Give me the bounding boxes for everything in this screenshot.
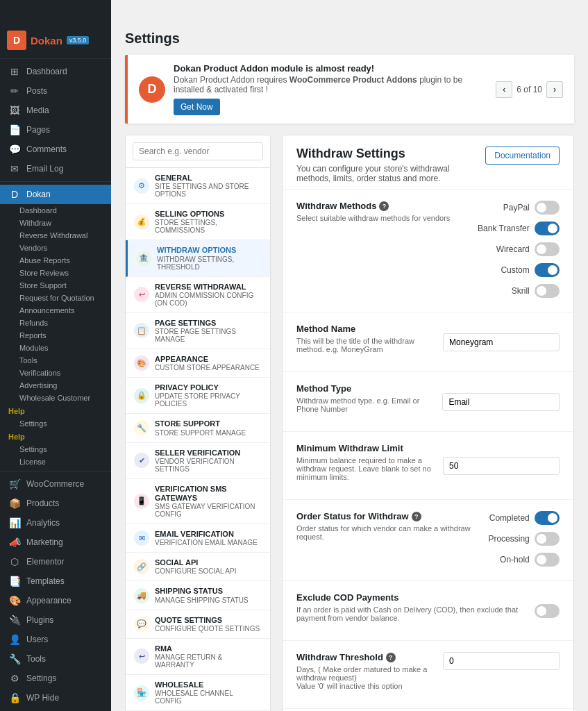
settings-nav-reverse[interactable]: ↩ REVERSE WITHDRAWAL ADMIN COMMISSION CO… xyxy=(126,277,270,313)
dokan-sub-modules[interactable]: Modules xyxy=(19,342,111,354)
sidebar-item-analytics[interactable]: 📊Analytics xyxy=(0,513,111,533)
documentation-button[interactable]: Documentation xyxy=(485,147,560,165)
exclude-cod-toggle[interactable] xyxy=(535,604,560,618)
dokan-sub-wholesale[interactable]: Wholesale Customer xyxy=(19,392,111,404)
sidebar-item-emaillog[interactable]: ✉Email Log xyxy=(0,159,111,178)
settings-nav-appearance[interactable]: 🎨 APPEARANCE CUSTOM STORE APPEARANCE xyxy=(126,349,270,378)
pagination-prev-button[interactable]: ‹ xyxy=(496,81,512,98)
version-badge: v3.5.0 xyxy=(67,36,90,44)
appearance-settings-icon: 🎨 xyxy=(134,356,149,371)
threshold-info-icon[interactable]: ? xyxy=(386,653,396,662)
method-name-label: Method Name xyxy=(296,324,443,334)
appearance-icon: 🎨 xyxy=(8,595,21,606)
settings-nav-support[interactable]: 🔧 STORE SUPPORT STORE SUPPORT MANAGE xyxy=(126,414,270,442)
settings-nav-withdraw[interactable]: 🏦 WITHDRAW OPTIONS WITHDRAW SETTINGS, TH… xyxy=(126,240,270,276)
settings-nav-sms[interactable]: 📱 VERIFICATION SMS GATEWAYS SMS GATEWAY … xyxy=(126,479,270,524)
wirecard-toggle[interactable] xyxy=(535,242,560,256)
sidebar-item-posts[interactable]: ✏Posts xyxy=(0,81,111,101)
dokan-sub-dashboard[interactable]: Dashboard xyxy=(19,204,111,217)
dokan-sub-reviews[interactable]: Store Reviews xyxy=(19,267,111,279)
settings-sidebar: ⚙ GENERAL SITE SETTINGS AND STORE OPTION… xyxy=(125,135,271,711)
wholesale-icon: 🏪 xyxy=(134,685,149,701)
dokan-sub-tools[interactable]: Tools xyxy=(19,354,111,367)
method-name-input[interactable] xyxy=(443,333,560,351)
paypal-toggle[interactable] xyxy=(535,201,560,215)
sidebar-item-templates[interactable]: 📑Templates xyxy=(0,571,111,591)
dokan-sub-license[interactable]: License xyxy=(0,455,111,468)
min-limit-desc: Minimum balance required to make a withd… xyxy=(296,456,443,481)
nav-sub-email: VERIFICATION EMAIL MANAGE xyxy=(155,539,258,546)
dokan-sub-settings[interactable]: Settings xyxy=(0,417,111,430)
processing-toggle[interactable] xyxy=(535,532,560,546)
method-type-input[interactable] xyxy=(442,393,560,411)
dokan-sub-announcements[interactable]: Announcements xyxy=(19,304,111,317)
sidebar-item-pages[interactable]: 📄Pages xyxy=(0,120,111,140)
sidebar-item-settings[interactable]: ⚙Settings xyxy=(0,669,111,688)
nav-label-reverse: REVERSE WITHDRAWAL xyxy=(155,283,262,292)
dokan-sub-vendors[interactable]: Vendors xyxy=(19,242,111,254)
privacy-icon: 🔒 xyxy=(134,388,149,403)
nav-label-rma: RMA xyxy=(155,644,262,653)
dokan-sub-abuse[interactable]: Abuse Reports xyxy=(19,254,111,267)
settings-nav-email[interactable]: ✉ EMAIL VERIFICATION VERIFICATION EMAIL … xyxy=(126,524,270,553)
nav-sub-general: SITE SETTINGS AND STORE OPTIONS xyxy=(155,183,262,198)
sidebar-item-comments[interactable]: 💬Comments xyxy=(0,140,111,159)
sidebar-label: Dokan xyxy=(26,190,51,199)
settings-nav-page[interactable]: 📋 PAGE SETTINGS STORE PAGE SETTINGS MANA… xyxy=(126,313,270,349)
bank-transfer-toggle[interactable] xyxy=(535,221,560,235)
settings-nav-social[interactable]: 🔗 SOCIAL API CONFIGURE SOCIAL API xyxy=(126,553,270,581)
sidebar-label: Templates xyxy=(26,576,65,586)
get-now-button[interactable]: Get Now xyxy=(174,99,220,115)
settings-nav-general[interactable]: ⚙ GENERAL SITE SETTINGS AND STORE OPTION… xyxy=(126,168,270,204)
email-verification-icon: ✉ xyxy=(134,530,149,546)
sidebar-item-wphide[interactable]: 🔒WP Hide xyxy=(0,688,111,708)
settings-nav-shipping[interactable]: 🚚 SHIPPING STATUS MANAGE SHIPPING STATUS xyxy=(126,581,270,610)
custom-toggle[interactable] xyxy=(535,263,560,277)
dokan-sub-reverse[interactable]: Reverse Withdrawal xyxy=(19,229,111,242)
sidebar-item-elementor[interactable]: ⬡Elementor xyxy=(0,552,111,571)
sidebar-item-users[interactable]: 👤Users xyxy=(0,630,111,649)
method-wirecard: Wirecard xyxy=(496,242,560,256)
nav-sub-privacy: UPDATE STORE PRIVACY POLICIES xyxy=(155,392,262,408)
pagination-next-button[interactable]: › xyxy=(546,81,563,98)
settings-nav-wholesale[interactable]: 🏪 WHOLESALE WHOLESALE CHANNEL CONFIG xyxy=(126,675,270,711)
settings-nav-selling[interactable]: 💰 SELLING OPTIONS STORE SETTINGS, COMMIS… xyxy=(126,204,270,240)
sidebar-item-dashboard[interactable]: ⊞Dashboard xyxy=(0,62,111,81)
dokan-sub-support[interactable]: Store Support xyxy=(19,279,111,292)
nav-sub-withdraw: WITHDRAW SETTINGS, THRESHOLD xyxy=(157,256,262,271)
order-status-info-icon[interactable]: ? xyxy=(412,512,421,521)
settings-nav-seller[interactable]: ✔ SELLER VERIFICATION VENDOR VERIFICATIO… xyxy=(126,443,270,479)
threshold-input[interactable] xyxy=(443,652,560,670)
min-limit-input[interactable] xyxy=(443,457,560,475)
sidebar-item-tools[interactable]: 🔧Tools xyxy=(0,649,111,669)
support-icon: 🔧 xyxy=(134,420,149,435)
dokan-sub-refunds[interactable]: Refunds xyxy=(19,317,111,329)
completed-toggle[interactable] xyxy=(535,511,560,525)
sidebar-item-products[interactable]: 📦Products xyxy=(0,494,111,513)
settings-search-input[interactable] xyxy=(133,142,263,160)
dokan-sub-verifications[interactable]: Verifications xyxy=(19,367,111,379)
methods-info-icon[interactable]: ? xyxy=(379,201,389,211)
settings-panel: Withdraw Settings You can configure your… xyxy=(282,135,574,711)
sidebar-item-dokan[interactable]: DDokan xyxy=(0,185,111,204)
tools-icon: 🔧 xyxy=(8,653,21,664)
sidebar-item-media[interactable]: 🖼Media xyxy=(0,101,111,120)
sidebar-item-woocommerce[interactable]: 🛒WooCommerce xyxy=(0,474,111,494)
dokan-sub-advertising[interactable]: Advertising xyxy=(19,379,111,392)
nav-label-appearance: APPEARANCE xyxy=(155,355,260,364)
pages-icon: 📄 xyxy=(8,124,21,135)
sidebar-item-plugins[interactable]: 🔌Plugins xyxy=(0,610,111,630)
settings-nav-rma[interactable]: ↩ RMA MANAGE RETURN & WARRANTY xyxy=(126,639,270,675)
dokan-sub-withdraw[interactable]: Withdraw xyxy=(19,217,111,229)
dokan-sub-quotation[interactable]: Request for Quotation xyxy=(19,292,111,304)
nav-label-sms: VERIFICATION SMS GATEWAYS xyxy=(155,485,262,503)
dokan-sub-settings2[interactable]: Settings xyxy=(0,443,111,455)
settings-nav-quote[interactable]: 💬 QUOTE SETTINGS CONFIGURE QUOTE SETTING… xyxy=(126,610,270,639)
settings-nav-privacy[interactable]: 🔒 PRIVACY POLICY UPDATE STORE PRIVACY PO… xyxy=(126,378,270,414)
sidebar-item-marketing[interactable]: 📣Marketing xyxy=(0,533,111,552)
dokan-sub-reports[interactable]: Reports xyxy=(19,329,111,342)
on-hold-toggle[interactable] xyxy=(535,553,560,567)
sidebar-item-postsmtp[interactable]: 📮Post SMTP xyxy=(0,708,111,711)
sidebar-item-appearance[interactable]: 🎨Appearance xyxy=(0,591,111,610)
skrill-toggle[interactable] xyxy=(535,284,560,298)
